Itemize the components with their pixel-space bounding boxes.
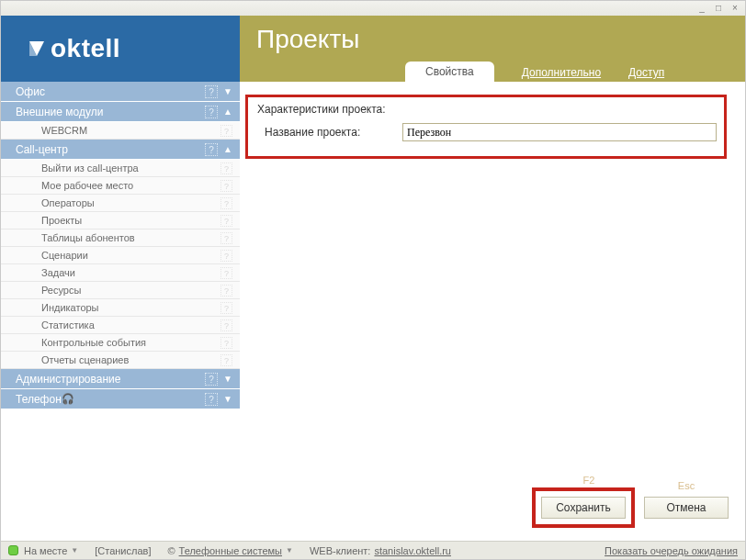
close-window-button[interactable]: × <box>729 3 741 14</box>
sidebar-item-exit-callcenter[interactable]: Выйти из call-центра? <box>1 160 240 177</box>
help-icon[interactable]: ? <box>220 319 232 331</box>
sidebar-item-label: Операторы <box>41 197 95 208</box>
sidebar-item-scenario-reports[interactable]: Отчеты сценариев? <box>1 352 240 369</box>
phonesystems-link[interactable]: Телефонные системы <box>179 545 282 556</box>
help-icon[interactable]: ? <box>220 215 232 227</box>
page-title: Проекты <box>256 25 745 54</box>
sidebar-menu: Офис ? ▼ Внешние модули ? ▲ WEBCRM ? C <box>1 82 240 409</box>
headset-icon: 🎧 <box>62 393 74 405</box>
help-icon[interactable]: ? <box>220 354 232 366</box>
cancel-button[interactable]: Отмена <box>644 497 729 519</box>
sidebar-item-projects[interactable]: Проекты? <box>1 212 240 230</box>
titlebar: _ □ × <box>1 1 745 16</box>
status-copyright: © Телефонные системы ▼ <box>167 545 292 556</box>
sidebar-item-tasks[interactable]: Задачи? <box>1 264 240 282</box>
help-icon[interactable]: ? <box>220 285 232 297</box>
sidebar-item-subscriber-tables[interactable]: Таблицы абонентов? <box>1 230 240 247</box>
sidebar-item-scenarios[interactable]: Сценарии? <box>1 247 240 264</box>
logo-icon <box>27 39 47 59</box>
help-icon[interactable]: ? <box>220 180 232 192</box>
chevron-down-icon: ▼ <box>223 86 232 96</box>
sidebar-item-operators[interactable]: Операторы? <box>1 195 240 212</box>
chevron-down-icon: ▼ <box>71 546 78 554</box>
webclient-link[interactable]: stanislav.oktell.ru <box>374 545 451 556</box>
sidebar-section-external-items: WEBCRM ? <box>1 122 240 140</box>
sidebar-item-label: Задачи <box>41 267 75 278</box>
help-icon[interactable]: ? <box>220 232 232 244</box>
minimize-button[interactable]: _ <box>695 3 708 14</box>
sidebar-item-label: Статистика <box>41 319 95 330</box>
sidebar-section-office[interactable]: Офис ? ▼ <box>1 82 240 102</box>
form-section-label: Характеристики проекта: <box>257 103 717 116</box>
main-header: Проекты Свойства Дополнительно Доступ <box>240 16 745 82</box>
sidebar-item-label: Сценарии <box>41 250 88 261</box>
sidebar-item-label: Выйти из call-центра <box>41 162 139 174</box>
help-icon[interactable]: ? <box>205 393 218 406</box>
sidebar-item-resources[interactable]: Ресурсы? <box>1 282 240 299</box>
tab-properties[interactable]: Свойства <box>405 62 494 82</box>
show-queue-link[interactable]: Показать очередь ожидания <box>605 545 738 556</box>
sidebar-section-label: Внешние модули <box>16 106 103 118</box>
help-icon[interactable]: ? <box>205 106 218 118</box>
chevron-up-icon: ▲ <box>223 144 232 154</box>
sidebar-section-callcenter[interactable]: Call-центр ? ▲ <box>1 140 240 160</box>
save-button-highlight: F2 Сохранить <box>536 491 631 524</box>
help-icon[interactable]: ? <box>220 125 232 137</box>
help-icon[interactable]: ? <box>220 267 232 279</box>
project-form-highlight: Характеристики проекта: Название проекта… <box>245 95 727 159</box>
copyright-symbol: © <box>167 545 175 556</box>
shortcut-label-f2: F2 <box>541 475 637 486</box>
help-icon[interactable]: ? <box>220 197 232 209</box>
sidebar-section-label: Call-центр <box>16 143 68 156</box>
sidebar-section-callcenter-items: Выйти из call-центра? Мое рабочее место?… <box>1 160 240 369</box>
chevron-down-icon: ▼ <box>223 374 232 384</box>
sidebar-item-label: Контрольные события <box>41 337 146 348</box>
main-content: Характеристики проекта: Название проекта… <box>240 82 745 541</box>
sidebar-item-label: Ресурсы <box>41 285 81 296</box>
help-icon[interactable]: ? <box>220 162 232 174</box>
sidebar: oktell Офис ? ▼ Внешние модули ? ▲ WEBCR… <box>1 16 240 541</box>
sidebar-item-label: WEBCRM <box>41 125 87 136</box>
chevron-down-icon: ▼ <box>286 546 293 554</box>
cancel-button-wrap: Esc Отмена <box>644 497 729 519</box>
sidebar-item-label: Отчеты сценариев <box>41 354 129 365</box>
sidebar-section-external[interactable]: Внешние модули ? ▲ <box>1 102 240 122</box>
sidebar-item-label: Таблицы абонентов <box>41 232 135 243</box>
sidebar-section-phone[interactable]: Телефон 🎧 ? ▼ <box>1 389 240 409</box>
sidebar-section-label: Телефон <box>16 393 62 406</box>
sidebar-section-label: Администрирование <box>16 373 120 386</box>
chevron-up-icon: ▲ <box>223 106 232 117</box>
webclient-label: WEB-клиент: <box>310 545 371 556</box>
sidebar-section-admin[interactable]: Администрирование ? ▼ <box>1 369 240 389</box>
help-icon[interactable]: ? <box>205 373 218 386</box>
help-icon[interactable]: ? <box>220 250 232 262</box>
save-button[interactable]: Сохранить <box>541 497 626 519</box>
tab-access[interactable]: Доступ <box>628 63 664 82</box>
app-window: _ □ × oktell Офис ? ▼ Внешние модули ? <box>0 0 746 560</box>
sidebar-item-webcrm[interactable]: WEBCRM ? <box>1 122 240 140</box>
sidebar-item-indicators[interactable]: Индикаторы? <box>1 299 240 317</box>
form-row-project-name: Название проекта: <box>257 123 717 141</box>
status-bar: На месте ▼ [Станислав] © Телефонные сист… <box>1 541 745 559</box>
help-icon[interactable]: ? <box>205 85 218 98</box>
help-icon[interactable]: ? <box>220 337 232 349</box>
logo-area: oktell <box>1 16 240 82</box>
presence-dot-icon <box>8 545 18 555</box>
maximize-button[interactable]: □ <box>712 3 725 14</box>
tabs: Свойства Дополнительно Доступ <box>240 62 745 82</box>
main-panel: Проекты Свойства Дополнительно Доступ Ха… <box>240 16 745 541</box>
sidebar-item-label: Индикаторы <box>41 302 99 313</box>
status-user: [Станислав] <box>95 545 151 556</box>
tab-additional[interactable]: Дополнительно <box>522 63 601 82</box>
presence-indicator[interactable]: На месте ▼ <box>8 545 78 556</box>
chevron-down-icon: ▼ <box>223 394 232 404</box>
status-webclient: WEB-клиент: stanislav.oktell.ru <box>310 545 451 556</box>
sidebar-item-my-workplace[interactable]: Мое рабочее место? <box>1 177 240 195</box>
sidebar-item-control-events[interactable]: Контрольные события? <box>1 334 240 352</box>
help-icon[interactable]: ? <box>205 143 218 156</box>
project-name-input[interactable] <box>402 123 717 141</box>
help-icon[interactable]: ? <box>220 302 232 314</box>
app-body: oktell Офис ? ▼ Внешние модули ? ▲ WEBCR… <box>1 16 745 541</box>
sidebar-item-label: Проекты <box>41 215 82 226</box>
sidebar-item-statistics[interactable]: Статистика? <box>1 317 240 334</box>
